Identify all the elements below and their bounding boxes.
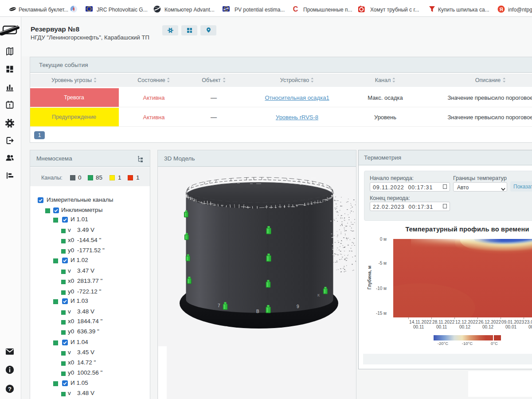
svg-text:Я: Я xyxy=(500,7,503,12)
svg-text:C: C xyxy=(293,5,298,13)
svg-text:К: К xyxy=(317,293,320,297)
svg-text:7: 7 xyxy=(218,303,220,308)
svg-text:В: В xyxy=(256,309,259,314)
svg-text:?: ? xyxy=(8,386,12,392)
svg-text:9: 9 xyxy=(297,304,299,309)
